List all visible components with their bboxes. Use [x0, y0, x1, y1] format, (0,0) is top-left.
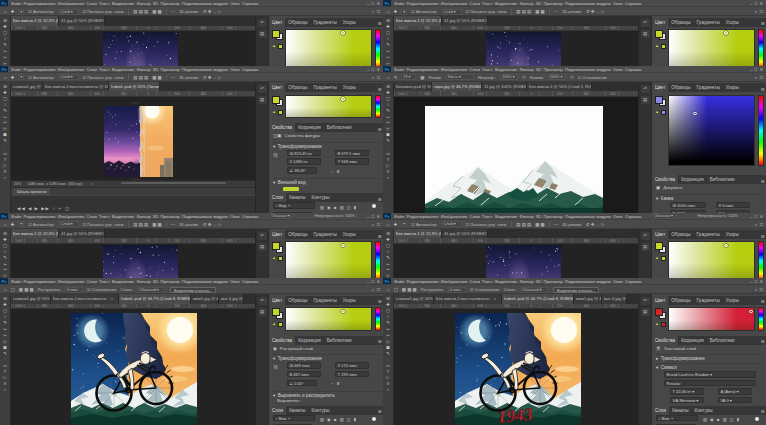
- svg-text:1943: 1943: [497, 403, 534, 425]
